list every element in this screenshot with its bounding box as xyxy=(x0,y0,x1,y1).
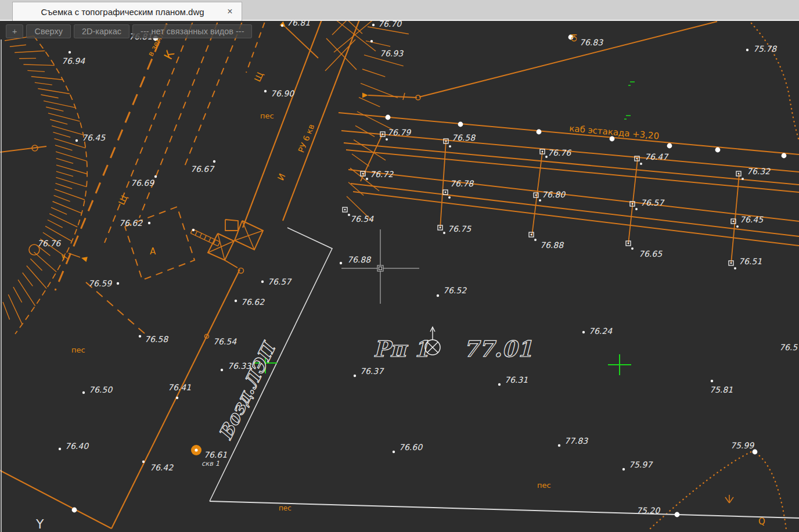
elevation-label: 76.65 xyxy=(639,249,663,258)
elevation-label: 76.88 xyxy=(347,255,371,264)
elevation-label: 76.40 xyxy=(65,441,89,451)
benchmark-label: Рп 1 xyxy=(373,336,429,362)
elevation-label: 76.94 xyxy=(62,56,85,66)
viewport-visual-style-button[interactable]: 2D-каркас xyxy=(74,24,129,38)
elevation-label: 76.75 xyxy=(448,224,472,233)
elevation-label: 76.80 xyxy=(542,190,566,199)
elevation-label: 75.78 xyxy=(753,44,777,53)
elevation-label: 76.57 xyxy=(268,277,292,286)
map-annotation: Q xyxy=(758,516,765,527)
map-annotation: скв 1 xyxy=(201,459,219,468)
tab-title: Съемка с топографическим планом.dwg xyxy=(21,7,224,17)
elevation-label: 76.31 xyxy=(505,375,528,384)
map-annotation: Y xyxy=(35,517,44,531)
elevation-label: 76.54 xyxy=(350,214,374,224)
elevation-label: 76.24 xyxy=(589,326,613,336)
elevation-label: 76.83 xyxy=(580,38,603,47)
map-annotation: пес xyxy=(260,112,274,120)
viewport-view-button[interactable]: Сверху xyxy=(26,24,70,38)
elevation-label: 76.57 xyxy=(779,343,799,352)
elevation-label: 76.62 xyxy=(119,218,143,228)
elevation-label: 76.52 xyxy=(443,286,467,295)
elevation-label: 76.90 xyxy=(271,89,294,98)
elevation-label: 76.47 xyxy=(645,152,669,161)
elevation-label: 76.67 xyxy=(190,164,215,174)
benchmark-label: 77.01 xyxy=(463,336,532,362)
drawing-viewport[interactable]: в землКЩЩИАРУ 6 квкаб эстакада +3,20песп… xyxy=(0,0,799,532)
elevation-label: 76.58 xyxy=(452,133,476,142)
elevation-label: 76.32 xyxy=(747,167,771,176)
elevation-label: 76.41 xyxy=(168,383,191,392)
elevation-label: 76.69 xyxy=(131,178,154,188)
elevation-label: 75.20 xyxy=(636,506,660,515)
elevation-label: 76.72 xyxy=(370,170,394,179)
elevation-label: 75.97 xyxy=(629,460,653,469)
elevation-label: 77.83 xyxy=(564,436,588,445)
elevation-label: 75.81 xyxy=(710,385,733,394)
elevation-label: 76.61 xyxy=(204,450,227,459)
elevation-label: 76.79 xyxy=(387,128,411,137)
elevation-label: 76.62 xyxy=(241,297,265,307)
elevation-label: 76.78 xyxy=(450,179,474,188)
elevation-label: 75.99 xyxy=(730,441,754,450)
map-annotation: пес xyxy=(71,346,85,354)
map-annotation: Ю xyxy=(570,34,578,42)
elevation-label: 76.42 xyxy=(150,463,174,472)
elevation-label: 76.58 xyxy=(145,335,168,344)
elevation-label: 76.88 xyxy=(540,240,564,250)
elevation-label: 76.37 xyxy=(360,366,384,376)
map-annotation: пес xyxy=(537,481,551,490)
map-annotation: А xyxy=(150,246,156,257)
elevation-label: 76.50 xyxy=(89,385,113,394)
elevation-label: 76.76 xyxy=(548,148,571,157)
elevation-label: 76.60 xyxy=(399,443,423,452)
elevation-label: 76.59 xyxy=(88,279,112,288)
elevation-label: 76.76 xyxy=(37,239,61,248)
elevation-label: 76.57 xyxy=(640,198,665,207)
elevation-label: 76.51 xyxy=(739,257,762,266)
cad-window: в землКЩЩИАРУ 6 квкаб эстакада +3,20песп… xyxy=(0,0,799,532)
drawing-tab[interactable]: Съемка с топографическим планом.dwg × xyxy=(12,2,242,21)
elevation-label: 76.93 xyxy=(380,49,404,58)
elevation-label: 76.45 xyxy=(740,215,764,224)
viewport-expand-button[interactable]: + xyxy=(6,24,23,38)
viewport-linked-views-button[interactable]: --- нет связанных видов --- xyxy=(132,24,252,38)
tab-bar: Съемка с топографическим планом.dwg × xyxy=(0,0,799,21)
map-annotation: пес xyxy=(279,504,291,512)
elevation-label: 76.45 xyxy=(82,133,106,142)
elevation-label: 76.54 xyxy=(213,337,237,346)
close-icon[interactable]: × xyxy=(224,6,236,17)
viewport-controls: + Сверху 2D-каркас --- нет связанных вид… xyxy=(6,24,252,38)
